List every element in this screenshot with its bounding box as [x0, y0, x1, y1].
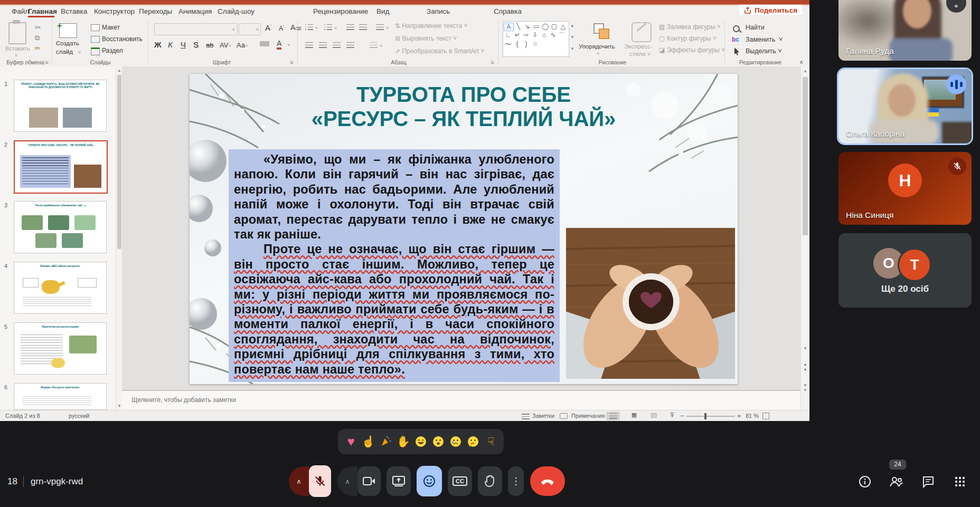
arrow-shape-icon[interactable]: ↘ — [523, 23, 532, 31]
gallery-more-icon[interactable]: ▼ — [569, 46, 576, 51]
slide-thumbnail-1[interactable]: ПРОЕКТ «ЗАВЖДИ ПОРУЧ»: ВАШ ОСОБИСТИЙ ПОЧ… — [14, 80, 107, 132]
shape-fill-button[interactable]: ▨ Заливка фигуры ˅ — [659, 23, 721, 31]
clipboard-dialog-launcher[interactable]: ⇲ — [44, 60, 49, 65]
notes-placeholder[interactable]: Щелкните, чтобы добавить заметки — [131, 396, 800, 404]
rounded-rect-shape-icon[interactable]: ▢ — [550, 23, 559, 31]
comments-toggle[interactable]: Примечания — [571, 413, 605, 419]
mic-muted-button[interactable] — [309, 465, 331, 497]
tab-design[interactable]: Конструктор — [94, 7, 135, 15]
zoom-in-button[interactable]: + — [737, 412, 741, 420]
slide-thumbnail-2-selected[interactable]: ТУРБОТА ПРО СЕБЕ «РЕСУРС – ЯК ТЕПЛИЙ ЧАЙ… — [14, 140, 108, 194]
layout-button[interactable]: Макет — [102, 24, 120, 31]
line-shape-icon[interactable]: ╲ — [514, 23, 523, 31]
underline-button[interactable]: Ч — [181, 40, 186, 49]
raise-hand-button[interactable] — [478, 466, 502, 496]
curve-shape-icon[interactable]: 〜 — [504, 40, 513, 49]
tab-review[interactable]: Рецензирование — [313, 7, 368, 15]
quick-styles-button[interactable]: Экспресс- — [624, 43, 653, 50]
justify-icon[interactable] — [346, 42, 354, 48]
slide-scrollbar[interactable]: ▲ ▼ ▲▲ ▼▼ — [800, 66, 809, 410]
slide-thumbnail-4[interactable]: Вправа «Мій чайник ресурсів» — [14, 262, 107, 314]
copy-icon[interactable]: ⧉ — [35, 34, 40, 42]
fit-to-window-icon[interactable] — [762, 413, 769, 419]
tab-record[interactable]: Запись — [427, 7, 450, 15]
cut-icon[interactable]: ✂ — [35, 23, 41, 32]
down-arrow-shape-icon[interactable]: ⇩ — [531, 31, 540, 40]
reactions-button-active[interactable] — [417, 466, 442, 496]
reaction-crying-face[interactable] — [448, 434, 463, 449]
format-painter-icon[interactable]: ✏ — [35, 44, 41, 52]
camera-options-button[interactable]: ∧ — [337, 466, 357, 496]
meeting-details-button[interactable] — [858, 474, 872, 489]
align-center-icon[interactable] — [319, 42, 327, 48]
rectangle-shape-icon[interactable]: ▭ — [532, 23, 541, 31]
highlight-pen-icon[interactable] — [260, 41, 269, 46]
brace-left-shape-icon[interactable]: { — [513, 40, 522, 49]
participants-overflow-tile[interactable]: О Т Ще 20 осіб — [838, 233, 972, 308]
bold-button[interactable]: Ж — [154, 40, 162, 49]
zoom-slider-track[interactable] — [686, 416, 735, 417]
shape-effects-button[interactable]: ◪ Эффекты фигуры ˅ — [659, 46, 725, 54]
line-spacing-icon[interactable] — [376, 24, 384, 30]
replace-button[interactable]: Заменить ˅ — [746, 36, 783, 43]
text-shadow-button[interactable]: S — [193, 40, 199, 49]
text-direction-button[interactable]: ⇅ Направление текста ˅ — [395, 22, 468, 30]
italic-button[interactable]: К — [168, 40, 173, 49]
slide-text-block[interactable]: «Уявімо, що ми – як філіжанка улюбленого… — [229, 149, 560, 382]
tab-transitions[interactable]: Переходы — [139, 7, 172, 15]
mic-options-button[interactable]: ∧ — [289, 466, 309, 496]
zoom-out-button[interactable]: − — [680, 412, 684, 420]
reaction-surprised-face[interactable] — [431, 434, 446, 449]
paragraph-dialog-launcher[interactable]: ⇲ — [490, 60, 494, 65]
select-button[interactable]: Выделить ˅ — [746, 47, 781, 55]
zoom-slider-thumb[interactable] — [704, 413, 706, 419]
slide-thumbnail-3[interactable]: Тепла приймальня «Наливаємо чай...» — [14, 201, 107, 253]
character-spacing-button[interactable]: AV˅ — [220, 41, 231, 49]
font-size-combo[interactable]: ˅ — [239, 23, 261, 35]
increase-indent-icon[interactable] — [359, 24, 367, 30]
camera-button[interactable] — [357, 466, 381, 496]
participants-button[interactable] — [889, 474, 904, 489]
change-case-button[interactable]: Aa˅ — [237, 41, 248, 49]
arrange-button[interactable]: Упорядочить — [579, 43, 615, 50]
scrollbar-thumb[interactable] — [803, 77, 808, 235]
slide-thumbnail-6[interactable]: Вправа «Ресурсні запитання» — [14, 383, 107, 410]
font-name-combo[interactable]: ˅ — [154, 23, 238, 35]
snip-shape-icon[interactable]: ⌂ — [540, 31, 549, 40]
slide-title-line1[interactable]: ТУРБОТА ПРО СЕБЕ — [190, 82, 738, 107]
strikethrough-button[interactable]: ab — [206, 41, 213, 49]
numbering-icon[interactable] — [324, 24, 332, 30]
star-shape-icon[interactable]: ☆ — [531, 40, 540, 49]
activities-button[interactable] — [953, 474, 967, 489]
grow-font-button[interactable]: Аˆ — [265, 23, 272, 32]
new-slide-button-line2[interactable]: слайд — [56, 49, 73, 55]
slideshow-view-button[interactable]: ⊽ — [665, 412, 679, 420]
tab-slideshow[interactable]: Слайд-шоу — [218, 7, 255, 15]
align-right-icon[interactable] — [333, 42, 341, 48]
font-dialog-launcher[interactable]: ⇲ — [289, 60, 294, 65]
present-button[interactable] — [387, 466, 411, 496]
reaction-sparkling-heart[interactable]: ♥ — [344, 434, 359, 449]
tab-help[interactable]: Справка — [494, 7, 522, 15]
reading-view-button[interactable]: ▯▯ — [647, 412, 661, 420]
chat-button[interactable] — [921, 474, 936, 489]
reaction-thumbs-up[interactable]: ☝ — [361, 434, 376, 449]
scrollbar-thumb[interactable] — [117, 75, 121, 249]
scroll-up-icon[interactable]: ▲ — [801, 69, 809, 73]
notes-pane[interactable]: Щелкните, чтобы добавить заметки — [122, 391, 800, 410]
align-left-icon[interactable] — [305, 42, 313, 48]
brace-right-shape-icon[interactable]: } — [522, 40, 531, 49]
align-text-button[interactable]: ⊞ Выровнять текст ˅ — [395, 35, 457, 42]
clear-formatting-button[interactable]: А⌫ — [290, 23, 301, 32]
pin-icon[interactable]: ⌖ — [946, 0, 966, 13]
elbow-arrow-shape-icon[interactable]: ↵ — [513, 31, 522, 40]
reset-button[interactable]: Восстановить — [102, 35, 143, 43]
next-slide-icon[interactable]: ▼▼ — [801, 383, 809, 393]
language-indicator[interactable]: русский — [69, 413, 89, 419]
find-button[interactable]: Найти — [746, 24, 765, 31]
smartart-button[interactable]: ⇗ Преобразовать в SmartArt ˅ — [395, 47, 484, 55]
participant-tile-1[interactable]: ⌖ Галина Руда — [838, 0, 972, 61]
collapse-ribbon-icon[interactable]: ∧ — [799, 59, 803, 65]
decrease-indent-icon[interactable] — [346, 24, 354, 30]
elbow-shape-icon[interactable]: ∟ — [504, 31, 513, 40]
